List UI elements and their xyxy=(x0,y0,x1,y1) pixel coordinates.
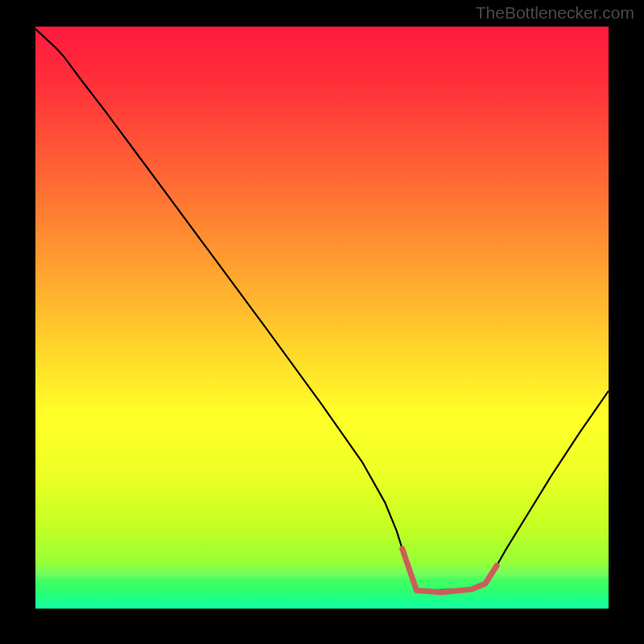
watermark-text: TheBottlenecker.com xyxy=(476,3,634,23)
bottleneck-curve-chart xyxy=(35,27,609,609)
chart-container xyxy=(35,27,609,609)
